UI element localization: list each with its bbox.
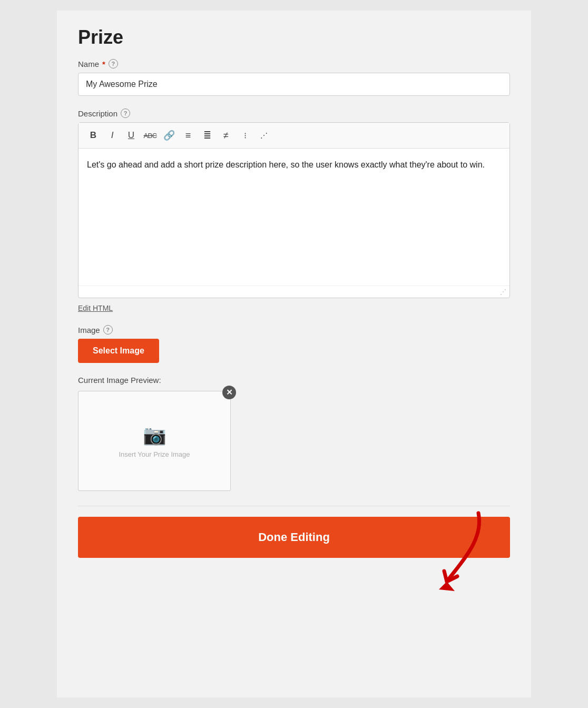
description-editor: B I U ABC 🔗 ≡ ≣ ≠ ⁝ ⋰ Let's go ahead and… [78,122,510,298]
link-button[interactable]: 🔗 [161,127,178,144]
remove-icon: ✕ [226,388,233,397]
bold-button[interactable]: B [85,127,102,144]
image-placeholder-text: Insert Your Prize Image [119,450,190,458]
align-right-button[interactable]: ≠ [218,127,234,144]
image-remove-button[interactable]: ✕ [222,386,236,399]
done-editing-button[interactable]: Done Editing [78,517,510,558]
unordered-list-button[interactable]: ⁝ [237,127,253,144]
current-image-label: Current Image Preview: [78,376,510,385]
align-left-button[interactable]: ≡ [180,127,197,144]
name-help-icon[interactable]: ? [109,59,118,68]
underline-button[interactable]: U [123,127,140,144]
editor-toolbar: B I U ABC 🔗 ≡ ≣ ≠ ⁝ ⋰ [79,123,509,149]
select-image-button[interactable]: Select Image [78,339,159,363]
italic-button[interactable]: I [104,127,121,144]
image-help-icon[interactable]: ? [103,325,113,335]
image-section: Image ? Select Image Current Image Previ… [78,325,510,491]
name-input[interactable] [78,73,510,96]
page-container: Prize Name * ? Description ? B I U ABC 🔗… [57,11,531,697]
image-preview-box: 📷 Insert Your Prize Image [78,391,231,491]
description-label: Description [78,109,117,118]
divider [78,506,510,506]
camera-icon: 📷 [143,424,166,446]
name-field-label-row: Name * ? [78,59,510,68]
description-content[interactable]: Let's go ahead and add a short prize des… [79,149,509,286]
editor-resize-handle: ⋰ [79,286,509,298]
required-star: * [102,60,105,68]
resize-icon: ⋰ [500,288,506,296]
page-title: Prize [78,26,510,48]
description-help-icon[interactable]: ? [121,109,130,118]
edit-html-link[interactable]: Edit HTML [78,304,113,312]
name-label: Name [78,60,99,68]
image-preview-area: 📷 Insert Your Prize Image ✕ [78,391,231,491]
image-label: Image [78,326,100,335]
align-center-button[interactable]: ≣ [199,127,215,144]
description-label-row: Description ? [78,109,510,118]
ordered-list-button[interactable]: ⋰ [256,127,272,144]
image-label-row: Image ? [78,325,510,335]
strikethrough-button[interactable]: ABC [142,127,159,144]
